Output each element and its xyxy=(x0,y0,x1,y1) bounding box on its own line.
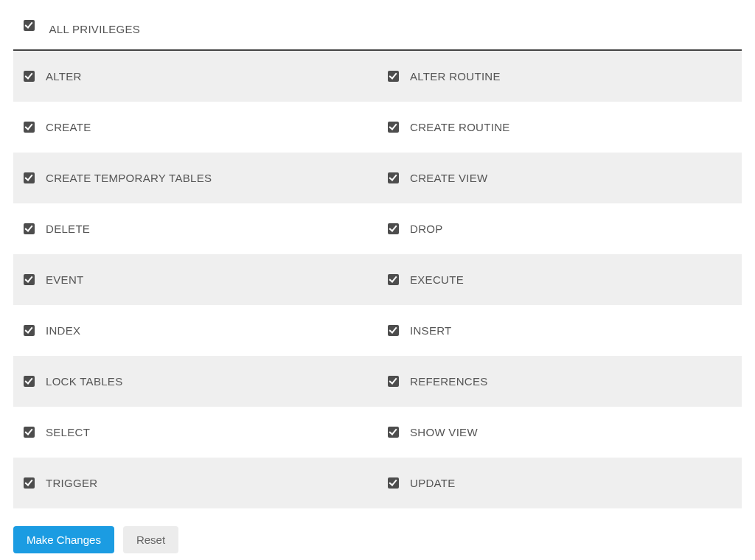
privilege-label: ALTER xyxy=(46,70,82,83)
privilege-cell: INSERT xyxy=(378,305,742,356)
privilege-cell: ALTER ROUTINE xyxy=(378,51,742,102)
privilege-cell: CREATE xyxy=(13,102,378,153)
table-row: EVENT EXECUTE xyxy=(13,254,742,305)
privilege-label: INSERT xyxy=(410,324,452,337)
privilege-label: ALTER ROUTINE xyxy=(410,70,501,83)
privilege-label: CREATE xyxy=(46,121,91,133)
trigger-checkbox[interactable] xyxy=(24,477,35,489)
table-row: INDEX INSERT xyxy=(13,305,742,356)
privilege-label: UPDATE xyxy=(410,477,456,489)
lock-tables-checkbox[interactable] xyxy=(24,376,35,387)
table-row: TRIGGER UPDATE xyxy=(13,458,742,508)
privilege-label: DROP xyxy=(410,223,443,235)
create-routine-checkbox[interactable] xyxy=(388,122,399,133)
insert-checkbox[interactable] xyxy=(388,325,399,336)
privilege-label: EXECUTE xyxy=(410,273,464,286)
privilege-cell: DROP xyxy=(378,203,742,254)
execute-checkbox[interactable] xyxy=(388,274,399,285)
show-view-checkbox[interactable] xyxy=(388,427,399,438)
privilege-cell: LOCK TABLES xyxy=(13,356,378,407)
create-temporary-tables-checkbox[interactable] xyxy=(24,172,35,183)
privilege-cell: CREATE TEMPORARY TABLES xyxy=(13,153,378,203)
privilege-cell: EVENT xyxy=(13,254,378,305)
privilege-cell: CREATE VIEW xyxy=(378,153,742,203)
action-buttons: Make Changes Reset xyxy=(13,526,742,553)
privilege-label: LOCK TABLES xyxy=(46,375,122,388)
table-row: CREATE CREATE ROUTINE xyxy=(13,102,742,153)
privilege-cell: SHOW VIEW xyxy=(378,407,742,458)
privilege-label: SHOW VIEW xyxy=(410,426,478,438)
all-privileges-row: ALL PRIVILEGES xyxy=(13,13,742,49)
table-row: DELETE DROP xyxy=(13,203,742,254)
make-changes-button[interactable]: Make Changes xyxy=(13,526,114,553)
table-row: CREATE TEMPORARY TABLES CREATE VIEW xyxy=(13,153,742,203)
privilege-cell: REFERENCES xyxy=(378,356,742,407)
privilege-cell: INDEX xyxy=(13,305,378,356)
privilege-label: CREATE ROUTINE xyxy=(410,121,510,133)
privilege-label: CREATE TEMPORARY TABLES xyxy=(46,172,212,184)
privilege-label: DELETE xyxy=(46,223,90,235)
privilege-label: EVENT xyxy=(46,273,84,286)
create-view-checkbox[interactable] xyxy=(388,172,399,183)
privilege-cell: SELECT xyxy=(13,407,378,458)
privilege-cell: EXECUTE xyxy=(378,254,742,305)
privilege-label: TRIGGER xyxy=(46,477,97,489)
update-checkbox[interactable] xyxy=(388,477,399,489)
index-checkbox[interactable] xyxy=(24,325,35,336)
privilege-cell: DELETE xyxy=(13,203,378,254)
alter-checkbox[interactable] xyxy=(24,71,35,82)
reset-button[interactable]: Reset xyxy=(123,526,178,553)
all-privileges-label: ALL PRIVILEGES xyxy=(49,23,140,35)
privilege-label: SELECT xyxy=(46,426,90,438)
privileges-table: ALTER ALTER ROUTINE CREATE CREATE ROUTIN… xyxy=(13,49,742,508)
privilege-label: INDEX xyxy=(46,324,80,337)
privilege-label: CREATE VIEW xyxy=(410,172,488,184)
privilege-cell: CREATE ROUTINE xyxy=(378,102,742,153)
drop-checkbox[interactable] xyxy=(388,223,399,234)
table-row: LOCK TABLES REFERENCES xyxy=(13,356,742,407)
create-checkbox[interactable] xyxy=(24,122,35,133)
event-checkbox[interactable] xyxy=(24,274,35,285)
alter-routine-checkbox[interactable] xyxy=(388,71,399,82)
table-row: ALTER ALTER ROUTINE xyxy=(13,51,742,102)
privilege-cell: ALTER xyxy=(13,51,378,102)
privilege-cell: UPDATE xyxy=(378,458,742,508)
delete-checkbox[interactable] xyxy=(24,223,35,234)
all-privileges-checkbox[interactable] xyxy=(24,20,35,31)
privilege-label: REFERENCES xyxy=(410,375,488,388)
privilege-cell: TRIGGER xyxy=(13,458,378,508)
select-checkbox[interactable] xyxy=(24,427,35,438)
table-row: SELECT SHOW VIEW xyxy=(13,407,742,458)
references-checkbox[interactable] xyxy=(388,376,399,387)
